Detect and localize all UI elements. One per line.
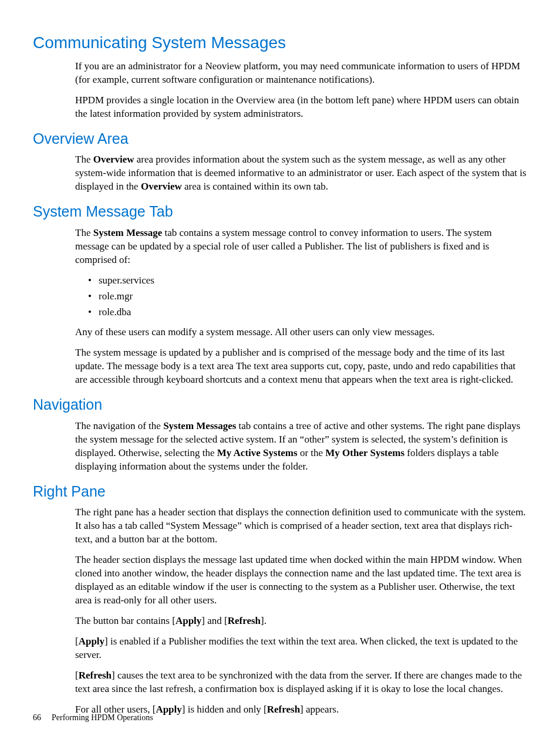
heading-right-pane: Right Pane	[33, 482, 527, 502]
text: area is contained within its own tab.	[182, 181, 328, 192]
section-body: The System Message tab contains a system…	[75, 227, 527, 387]
text: ] is hidden and only [	[182, 704, 267, 715]
bold-text: Overview	[93, 154, 134, 165]
bold-text: Overview	[141, 181, 182, 192]
text: The	[75, 154, 93, 165]
heading-system-message-tab: System Message Tab	[33, 202, 527, 222]
list-item: role.dba	[88, 306, 527, 319]
paragraph: HPDM provides a single location in the O…	[75, 94, 527, 121]
footer-chapter-title: Performing HPDM Operations	[52, 713, 153, 722]
paragraph: The System Message tab contains a system…	[75, 227, 527, 267]
bold-text: System Message	[93, 227, 163, 238]
paragraph: If you are an administrator for a Neovie…	[75, 60, 527, 87]
list-item: role.mgr	[88, 290, 527, 303]
section-body: If you are an administrator for a Neovie…	[75, 60, 527, 121]
text: ] appears.	[300, 704, 339, 715]
text: ] and [	[201, 615, 227, 626]
heading-overview-area: Overview Area	[33, 129, 527, 149]
bold-text: My Active Systems	[217, 447, 298, 458]
bold-text: Apply	[156, 704, 181, 715]
heading-communicating-system-messages: Communicating System Messages	[33, 32, 527, 54]
paragraph: The navigation of the System Messages ta…	[75, 420, 527, 474]
bold-text: Apply	[79, 636, 104, 647]
text: The	[75, 227, 93, 238]
list-item: super.services	[88, 274, 527, 288]
paragraph: The button bar contains [Apply] and [Ref…	[75, 615, 527, 628]
paragraph: The Overview area provides information a…	[75, 153, 527, 194]
bold-text: Refresh	[267, 704, 300, 715]
text: or the	[298, 447, 326, 458]
heading-navigation: Navigation	[33, 395, 527, 415]
paragraph: The right pane has a header section that…	[75, 506, 527, 546]
publishers-list: super.services role.mgr role.dba	[75, 274, 527, 319]
text: ] causes the text area to be synchronize…	[75, 670, 522, 694]
text: ].	[261, 615, 266, 626]
page-number: 66	[33, 713, 41, 722]
bold-text: System Messages	[163, 420, 236, 431]
paragraph: The system message is updated by a publi…	[75, 346, 527, 387]
page-footer: 66Performing HPDM Operations	[33, 713, 153, 724]
paragraph: The header section displays the message …	[75, 553, 527, 607]
bold-text: My Other Systems	[325, 447, 404, 458]
text: The navigation of the	[75, 420, 163, 431]
page: Communicating System Messages If you are…	[0, 0, 560, 746]
bold-text: Apply	[176, 615, 201, 626]
paragraph: Any of these users can modify a system m…	[75, 326, 527, 339]
section-body: The navigation of the System Messages ta…	[75, 420, 527, 474]
text: The button bar contains [	[75, 615, 176, 626]
section-body: The right pane has a header section that…	[75, 506, 527, 716]
bold-text: Refresh	[228, 615, 261, 626]
paragraph: [Apply] is enabled if a Publisher modifi…	[75, 635, 527, 662]
text: ] is enabled if a Publisher modifies the…	[75, 636, 518, 660]
paragraph: [Refresh] causes the text area to be syn…	[75, 669, 527, 696]
bold-text: Refresh	[79, 670, 112, 681]
section-body: The Overview area provides information a…	[75, 153, 527, 194]
